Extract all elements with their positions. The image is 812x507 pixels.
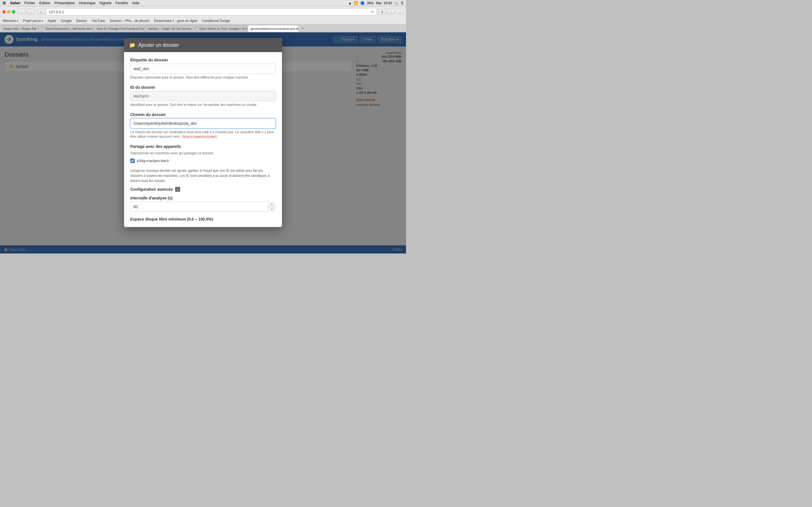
address-bar[interactable]: 127.0.0.1 ↻ bbox=[46, 8, 377, 15]
tab-0[interactable]: Regex test – Regex Pal × bbox=[1, 25, 42, 32]
etiquette-group: Étiquette du dossier Étiquette optionnel… bbox=[130, 58, 276, 80]
bookmarks-bar: Mémoire Projet perso Apple Google Deezer… bbox=[0, 17, 406, 24]
modal-title: Ajouter un dossier bbox=[138, 42, 179, 48]
bookmark-conditional[interactable]: Conditional Design bbox=[202, 19, 231, 23]
clock: Mar. 16:50 bbox=[376, 1, 392, 5]
bookmark-projet[interactable]: Projet perso bbox=[22, 19, 43, 23]
etiquette-hint: Étiquette optionnelle pour le dossier. P… bbox=[130, 75, 276, 80]
etiquette-label: Étiquette du dossier bbox=[130, 58, 276, 62]
partage-title: Partage avec des appareils bbox=[130, 144, 276, 149]
tab-5[interactable]: geniemediaserversmacbook-pro-de-... × bbox=[248, 25, 299, 32]
tab-close-0[interactable]: × bbox=[38, 27, 40, 30]
aide-menu[interactable]: Aide bbox=[132, 1, 140, 5]
tab-2[interactable]: How To Change Font Family & Font... × bbox=[94, 25, 145, 32]
bookmark-memoire[interactable]: Mémoire bbox=[3, 19, 18, 23]
id-group: ID du dossier Identifiant pour le dossie… bbox=[130, 85, 276, 107]
menu-bar: ⌘ Safari Fichier Édition Présentation Hi… bbox=[0, 0, 406, 6]
id-hint: Identifiant pour le dossier. Doit être l… bbox=[130, 103, 276, 107]
tab-close-3[interactable]: × bbox=[193, 27, 195, 30]
spinner-up-button[interactable]: ▲ bbox=[268, 202, 276, 207]
spinner-down-button[interactable]: ▼ bbox=[268, 207, 276, 212]
minimize-window-button[interactable] bbox=[7, 10, 10, 13]
bookmark-joomeo[interactable]: Joomeo – Pho…de photos bbox=[109, 19, 149, 23]
partage-group: Partage avec des appareils Sélectionner … bbox=[130, 144, 276, 163]
edition-menu[interactable]: Édition bbox=[39, 1, 50, 5]
apple-menu[interactable]: ⌘ bbox=[2, 1, 6, 5]
partage-hint: Sélectionner les machines avec qui parta… bbox=[130, 151, 276, 156]
chemin-group: Chemin du dossier Le chemin du dossier s… bbox=[130, 112, 276, 139]
wifi-icon: 📶 bbox=[354, 1, 358, 5]
signets-menu[interactable]: Signets bbox=[99, 1, 111, 5]
historique-menu[interactable]: Historique bbox=[79, 1, 96, 5]
bookmark-google[interactable]: Google bbox=[61, 19, 72, 23]
bookmark-apple[interactable]: Apple bbox=[48, 19, 56, 23]
modal-header: 📁 Ajouter un dossier bbox=[124, 38, 282, 52]
id-label: ID du dossier bbox=[130, 85, 276, 90]
menu-bar-right: ▲ 📶 🔵 36% Mar. 16:50 🔍 ☰ bbox=[348, 1, 404, 5]
tabs-bar: Regex test – Regex Pal × OpenClassrooms … bbox=[0, 24, 406, 32]
back-button[interactable]: ‹ bbox=[18, 9, 26, 15]
bluetooth-icon: 🔵 bbox=[360, 1, 364, 5]
reload-button[interactable]: ↻ bbox=[371, 10, 374, 14]
forward-button[interactable]: › bbox=[27, 9, 35, 15]
tab-4[interactable]: Glitch Effect on Text / Images / SVG... … bbox=[197, 25, 247, 32]
traffic-lights bbox=[2, 10, 15, 13]
spotlight-icon[interactable]: 🔍 bbox=[394, 1, 398, 5]
machine-checkbox[interactable] bbox=[130, 159, 135, 163]
chemin-label: Chemin du dossier bbox=[130, 112, 276, 117]
note-text: Lorsqu'un nouveau dossier est ajouté, ga… bbox=[130, 168, 276, 183]
tab-1[interactable]: OpenClassrooms – Mémento des ex... × bbox=[43, 25, 93, 32]
presentation-menu[interactable]: Présentation bbox=[54, 1, 75, 5]
intervalle-label: Intervalle d'analyse (s) bbox=[130, 196, 276, 200]
bookmark-deezer[interactable]: Deezer bbox=[76, 19, 87, 23]
close-window-button[interactable] bbox=[2, 10, 6, 13]
download-button[interactable]: ⬇ bbox=[378, 9, 386, 15]
fullscreen-window-button[interactable] bbox=[12, 10, 15, 13]
sidebar-toggle-button[interactable]: ▭ bbox=[37, 9, 45, 15]
chemin-hint: Le chemin du dossier sur l'ordinateur lo… bbox=[130, 130, 276, 139]
bookmark-youtube[interactable]: YouTube bbox=[92, 19, 105, 23]
intervalle-spinner-wrap: ▲ ▼ bbox=[130, 202, 276, 212]
etiquette-input[interactable] bbox=[130, 64, 276, 74]
fenetre-menu[interactable]: Fenêtre bbox=[116, 1, 128, 5]
bookmark-dictionnaire[interactable]: Dictionnaire f…gues en ligne bbox=[154, 19, 197, 23]
modal-folder-icon: 📁 bbox=[129, 42, 135, 48]
safari-menu[interactable]: Safari bbox=[10, 1, 20, 5]
modal-dialog: 📁 Ajouter un dossier Étiquette du dossie… bbox=[124, 38, 282, 227]
menu-extras-icon[interactable]: ☰ bbox=[401, 1, 404, 5]
advanced-section: Configuration avancée − Intervalle d'ana… bbox=[130, 187, 276, 221]
spinner-arrows: ▲ ▼ bbox=[268, 202, 276, 212]
fichier-menu[interactable]: Fichier bbox=[24, 1, 35, 5]
modal-overlay[interactable]: 📁 Ajouter un dossier Étiquette du dossie… bbox=[0, 33, 406, 253]
add-to-reading-list-button[interactable]: + bbox=[396, 9, 404, 15]
modal-body: Étiquette du dossier Étiquette optionnel… bbox=[124, 52, 282, 227]
tab-3[interactable]: ola2doc – Gogs: Go Git Service × bbox=[145, 25, 196, 32]
chemin-hint-code: /Users/quentinjuhel bbox=[181, 135, 218, 139]
chemin-input[interactable] bbox=[130, 118, 276, 128]
share-button[interactable]: ↑ bbox=[388, 9, 395, 15]
dropbox-icon: ▲ bbox=[348, 1, 352, 5]
advanced-title: Configuration avancée − bbox=[130, 187, 276, 192]
machine-checkbox-row: p34g-manjaro-bach bbox=[130, 159, 276, 163]
battery-indicator: 36% bbox=[367, 1, 373, 5]
browser-chrome: ‹ › ▭ 127.0.0.1 ↻ ⬇ ↑ + Mémoire Projet p… bbox=[0, 6, 406, 33]
page-content: ⟳ Syncthing geniemediaserversmacbook-pro… bbox=[0, 33, 406, 253]
intervalle-input[interactable] bbox=[130, 202, 276, 212]
espace-label: Espace disque libre minimum (0.0 – 100.0… bbox=[130, 217, 276, 221]
new-tab-button[interactable]: + bbox=[299, 25, 306, 32]
advanced-collapse-button[interactable]: − bbox=[175, 187, 180, 192]
intervalle-group: Intervalle d'analyse (s) ▲ ▼ bbox=[130, 196, 276, 212]
machine-label: p34g-manjaro-bach bbox=[137, 159, 169, 163]
address-text: 127.0.0.1 bbox=[49, 10, 64, 14]
id-input[interactable] bbox=[130, 91, 276, 101]
chemin-hint-after: . bbox=[219, 135, 220, 138]
